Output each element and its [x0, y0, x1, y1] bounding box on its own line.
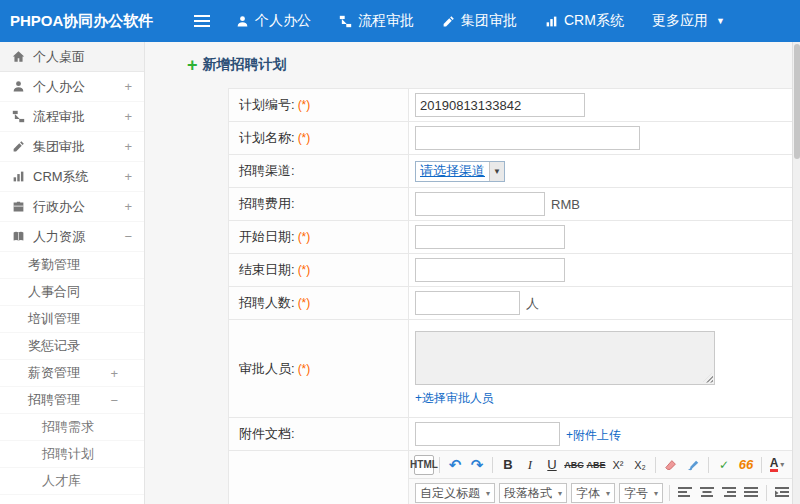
fee-input[interactable] [415, 192, 545, 216]
attachment-input[interactable] [415, 422, 560, 446]
sidebar-item-recruit-demand[interactable]: 招聘需求 [0, 414, 144, 441]
user-icon [236, 15, 249, 28]
select-approver-link[interactable]: +选择审批人员 [415, 390, 494, 407]
required-marker: (*) [298, 98, 311, 112]
nav-more-apps[interactable]: 更多应用 ▼ [652, 12, 725, 30]
menu-toggle-icon[interactable] [194, 14, 210, 28]
sidebar-item-crm-system[interactable]: CRM系统 + [0, 162, 144, 192]
expand-plus-icon[interactable]: + [124, 79, 132, 94]
bold-button[interactable]: B [498, 455, 518, 475]
custom-heading-select[interactable]: 自定义标题 ▾ [415, 483, 495, 503]
currency-suffix: RMB [551, 197, 580, 212]
font-size-select[interactable]: 字号 ▾ [619, 483, 663, 503]
undo-icon[interactable]: ↶ [445, 455, 465, 475]
sidebar-item-hr-contract[interactable]: 人事合同 [0, 279, 144, 306]
sidebar-item-label: 人力资源 [33, 228, 85, 246]
align-justify-icon[interactable] [741, 483, 761, 503]
sidebar-item-talent-pool[interactable]: 人才库 [0, 468, 144, 495]
align-center-icon[interactable] [697, 483, 717, 503]
eraser-icon[interactable] [661, 455, 681, 475]
chevron-down-icon: ▾ [558, 489, 562, 498]
sidebar-item-label: 招聘需求 [42, 418, 94, 436]
remove-format-button[interactable]: ABE [586, 455, 606, 475]
sidebar-item-recruit-plan[interactable]: 招聘计划 [0, 441, 144, 468]
collapse-minus-icon[interactable]: − [110, 393, 118, 408]
sidebar-item-workflow-approval[interactable]: 流程审批 + [0, 102, 144, 132]
field-label: 审批人员: [239, 361, 295, 376]
font-color-button[interactable]: A ▾ [767, 455, 787, 475]
end-date-input[interactable] [415, 258, 565, 282]
sidebar-item-human-resources[interactable]: 人力资源 − [0, 222, 144, 252]
field-label: 附件文档: [239, 426, 295, 441]
nav-personal-office[interactable]: 个人办公 [236, 12, 311, 30]
form-row-editor: HTML ↶ ↷ B I U ABC ABE X² X₂ [229, 451, 793, 504]
align-right-icon[interactable] [719, 483, 739, 503]
blockquote-icon[interactable]: 66 [736, 455, 756, 475]
approver-textarea[interactable] [415, 331, 715, 385]
channel-select[interactable]: 请选择渠道 ▼ [415, 161, 505, 182]
plan-name-input[interactable] [415, 126, 640, 150]
font-family-select[interactable]: 字体 ▾ [571, 483, 615, 503]
nav-group-approval[interactable]: 集团审批 [442, 12, 517, 30]
expand-plus-icon[interactable]: + [124, 139, 132, 154]
expand-plus-icon[interactable]: + [110, 366, 118, 381]
indent-decrease-icon[interactable] [772, 483, 792, 503]
format-brush-icon[interactable] [683, 455, 703, 475]
underline-button[interactable]: U [542, 455, 562, 475]
sidebar-item-label: 薪资管理 [28, 364, 80, 382]
sidebar-item-admin-office[interactable]: 行政办公 + [0, 192, 144, 222]
people-suffix: 人 [526, 296, 539, 311]
toolbar-row-2: 自定义标题 ▾ 段落格式 ▾ 字体 ▾ [409, 479, 792, 504]
font-color-letter: A [770, 457, 779, 472]
resize-grip-icon[interactable] [703, 373, 713, 383]
page-title-text: 新增招聘计划 [203, 56, 287, 74]
toolbar-separator [669, 485, 670, 501]
expand-plus-icon[interactable]: + [124, 109, 132, 124]
select-label: 自定义标题 [420, 485, 480, 502]
top-navigation: 个人办公 流程审批 集团审批 CRM系统 更多应用 [236, 12, 753, 30]
subscript-button[interactable]: X₂ [630, 455, 650, 475]
sidebar-item-training[interactable]: 培训管理 [0, 306, 144, 333]
expand-plus-icon[interactable]: + [124, 169, 132, 184]
paragraph-format-select[interactable]: 段落格式 ▾ [499, 483, 567, 503]
plan-no-input[interactable] [415, 93, 585, 117]
strikethrough-button[interactable]: ABC [564, 455, 584, 475]
sidebar-item-personal-office[interactable]: 个人办公 + [0, 72, 144, 102]
sidebar-item-desktop[interactable]: 个人桌面 [0, 42, 144, 72]
sidebar: 个人桌面 个人办公 + 流程审批 + 集团审批 + [0, 42, 145, 504]
field-label: 开始日期: [239, 229, 295, 244]
sidebar-item-recruitment[interactable]: 招聘管理 − [0, 387, 144, 414]
redo-icon[interactable]: ↷ [467, 455, 487, 475]
sidebar-item-salary[interactable]: 薪资管理 + [0, 360, 144, 387]
nav-crm-system[interactable]: CRM系统 [545, 12, 624, 30]
toolbar-separator [439, 457, 440, 473]
attachment-upload-link[interactable]: +附件上传 [566, 428, 621, 442]
sidebar-item-label: 人事合同 [28, 283, 80, 301]
italic-button[interactable]: I [520, 455, 540, 475]
nav-workflow-approval[interactable]: 流程审批 [339, 12, 414, 30]
scrollbar-thumb[interactable] [794, 44, 800, 159]
nav-label: 更多应用 [652, 12, 708, 30]
sidebar-item-label: 集团审批 [33, 138, 85, 156]
align-left-icon[interactable] [675, 483, 695, 503]
superscript-button[interactable]: X² [608, 455, 628, 475]
main-content: + 新增招聘计划 计划编号:(*) 计划名称:(*) [145, 42, 792, 504]
chevron-down-icon: ▾ [780, 460, 784, 469]
spellcheck-icon[interactable]: ✓ [714, 455, 734, 475]
sidebar-item-rewards[interactable]: 奖惩记录 [0, 333, 144, 360]
headcount-input[interactable] [415, 291, 520, 315]
bar-chart-icon [545, 15, 558, 28]
toolbar-row-1: HTML ↶ ↷ B I U ABC ABE X² X₂ [409, 451, 792, 479]
required-marker: (*) [298, 362, 311, 376]
sidebar-item-group-approval[interactable]: 集团审批 + [0, 132, 144, 162]
form-row-approver: 审批人员:(*) +选择审批人员 [229, 320, 793, 418]
required-marker: (*) [298, 131, 311, 145]
vertical-scrollbar[interactable] [792, 42, 800, 504]
expand-plus-icon[interactable]: + [124, 199, 132, 214]
sidebar-item-attendance[interactable]: 考勤管理 [0, 252, 144, 279]
sidebar-item-label: 考勤管理 [28, 256, 80, 274]
collapse-minus-icon[interactable]: − [124, 229, 132, 244]
start-date-input[interactable] [415, 225, 565, 249]
source-code-button[interactable]: HTML [414, 455, 434, 475]
form-row-headcount: 招聘人数:(*) 人 [229, 287, 793, 320]
